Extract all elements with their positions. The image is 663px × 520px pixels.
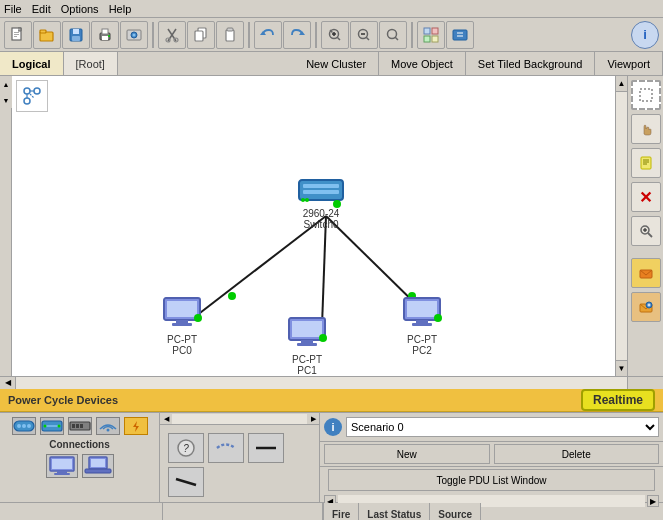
power-type-icon[interactable] <box>124 417 148 435</box>
delete-tool-button[interactable]: ✕ <box>631 182 661 212</box>
set-tiled-bg-button[interactable]: Set Tiled Background <box>466 52 596 75</box>
tab-logical[interactable]: Logical <box>0 52 64 75</box>
menu-edit[interactable]: Edit <box>32 3 51 15</box>
toolbar: i <box>0 18 663 52</box>
cut-button[interactable] <box>158 21 186 49</box>
mid-horizontal-scroll[interactable]: ◀ ▶ <box>160 413 319 425</box>
network-canvas[interactable]: 2960-24 Switch0 PC-PT PC0 <box>12 76 615 376</box>
pc-device-icon[interactable] <box>46 454 78 478</box>
svg-rect-36 <box>424 28 430 34</box>
switch-node[interactable]: 2960-24 Switch0 <box>297 176 345 230</box>
note-tool-button[interactable] <box>631 148 661 178</box>
copy-button[interactable] <box>187 21 215 49</box>
svg-rect-38 <box>424 36 430 42</box>
bottom-scroll: ◀ <box>0 376 663 388</box>
svg-rect-37 <box>432 28 438 34</box>
zoom-tool-button[interactable] <box>631 216 661 246</box>
menu-file[interactable]: File <box>4 3 22 15</box>
svg-rect-69 <box>407 301 437 317</box>
laptop-device-icon[interactable] <box>82 454 114 478</box>
scenario-row: i Scenario 0 <box>320 413 663 442</box>
zoom-reset-button[interactable] <box>379 21 407 49</box>
network-button[interactable] <box>446 21 474 49</box>
svg-point-87 <box>17 424 21 428</box>
svg-rect-63 <box>172 323 192 326</box>
pc0-node[interactable]: PC-PT PC0 <box>162 296 202 356</box>
scroll-right-mid[interactable]: ▶ <box>307 413 319 425</box>
new-cluster-button[interactable]: New Cluster <box>294 52 379 75</box>
fire-button[interactable]: Fire <box>324 503 359 520</box>
svg-point-15 <box>133 33 136 36</box>
help-info-button[interactable]: i <box>631 21 659 49</box>
svg-rect-8 <box>72 36 80 41</box>
print-button[interactable] <box>91 21 119 49</box>
scroll-down-left-btn[interactable]: ▼ <box>0 92 12 108</box>
wireless-type-icon[interactable] <box>96 417 120 435</box>
paste-button[interactable] <box>216 21 244 49</box>
pdu-tool-button[interactable] <box>631 258 661 288</box>
realtime-button[interactable]: Realtime <box>581 389 655 411</box>
svg-rect-56 <box>303 184 339 188</box>
open-button[interactable] <box>33 21 61 49</box>
undo-button[interactable] <box>254 21 282 49</box>
last-status-button[interactable]: Last Status <box>359 503 430 520</box>
new-scenario-button[interactable]: New <box>324 444 490 464</box>
select-tool-button[interactable] <box>631 80 661 110</box>
switch-type-icon[interactable] <box>40 417 64 435</box>
svg-rect-21 <box>195 31 203 41</box>
svg-rect-70 <box>416 320 428 323</box>
scroll-left-mid[interactable]: ◀ <box>160 413 172 425</box>
svg-rect-62 <box>176 320 188 323</box>
svg-rect-67 <box>297 343 317 346</box>
svg-rect-1 <box>14 32 19 33</box>
scroll-track-h[interactable] <box>16 377 627 389</box>
redo-button[interactable] <box>283 21 311 49</box>
scenario-select[interactable]: Scenario 0 <box>346 417 659 437</box>
router-type-icon[interactable] <box>12 417 36 435</box>
scroll-up-right[interactable]: ▲ <box>616 76 627 92</box>
viewport-button[interactable]: Viewport <box>595 52 663 75</box>
svg-rect-97 <box>80 424 83 428</box>
move-object-button[interactable]: Move Object <box>379 52 466 75</box>
svg-rect-105 <box>91 459 105 467</box>
right-scroll: ▲ ▼ <box>615 76 627 376</box>
palette-button[interactable] <box>417 21 445 49</box>
toggle-pdu-button[interactable]: Toggle PDU List Window <box>328 469 655 491</box>
source-button[interactable]: Source <box>430 503 481 520</box>
console-cable-icon[interactable] <box>208 433 244 463</box>
svg-point-44 <box>34 88 40 94</box>
complex-pdu-button[interactable] <box>631 292 661 322</box>
svg-rect-73 <box>641 157 651 169</box>
workspace-icon[interactable] <box>16 80 48 112</box>
scroll-left-btn[interactable]: ◀ <box>0 377 16 389</box>
zoom-in-button[interactable] <box>321 21 349 49</box>
scroll-up-btn[interactable]: ▲ <box>0 76 12 92</box>
workspace-header: Logical [Root] New Cluster Move Object S… <box>0 52 663 76</box>
toggle-pdu-row: Toggle PDU List Window <box>320 467 663 493</box>
main-area: ▲ ▼ <box>0 76 663 376</box>
menu-help[interactable]: Help <box>109 3 132 15</box>
delete-scenario-button[interactable]: Delete <box>494 444 660 464</box>
scroll-down-right[interactable]: ▼ <box>616 360 627 376</box>
save-button[interactable] <box>62 21 90 49</box>
svg-rect-101 <box>52 459 72 469</box>
svg-line-32 <box>366 37 369 40</box>
svg-rect-57 <box>303 190 339 194</box>
auto-connection-icon[interactable]: ? <box>168 433 204 463</box>
menu-options[interactable]: Options <box>61 3 99 15</box>
pc1-node[interactable]: PC-PT PC1 <box>287 316 327 376</box>
pc2-node[interactable]: PC-PT PC2 <box>402 296 442 356</box>
svg-line-78 <box>648 233 652 237</box>
crossover-cable-icon[interactable] <box>168 467 204 497</box>
svg-rect-3 <box>14 36 17 37</box>
tab-root[interactable]: [Root] <box>64 52 118 75</box>
straight-cable-icon[interactable] <box>248 433 284 463</box>
screenshot-button[interactable] <box>120 21 148 49</box>
hub-type-icon[interactable] <box>68 417 92 435</box>
zoom-out-button[interactable] <box>350 21 378 49</box>
svg-rect-2 <box>14 34 19 35</box>
new-button[interactable] <box>4 21 32 49</box>
svg-rect-5 <box>40 30 46 33</box>
svg-rect-71 <box>412 323 432 326</box>
hand-tool-button[interactable] <box>631 114 661 144</box>
